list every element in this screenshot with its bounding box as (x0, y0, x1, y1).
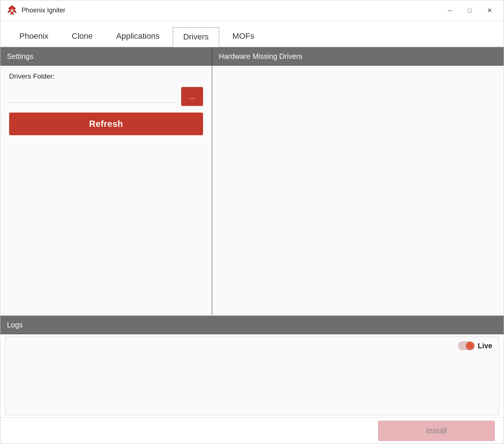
app-title: Phoenix Igniter (22, 7, 442, 14)
tab-applications[interactable]: Applications (106, 27, 170, 46)
svg-point-1 (11, 9, 14, 12)
left-panel: Settings Drivers Folder: ... Refresh (0, 47, 212, 315)
maximize-button[interactable]: □ (461, 4, 478, 17)
tab-clone[interactable]: Clone (62, 27, 103, 46)
logs-header: Logs (0, 316, 504, 334)
app-logo (6, 5, 18, 16)
close-button[interactable]: ✕ (481, 4, 498, 17)
tab-bar: Phoenix Clone Applications Drivers MOFs (0, 21, 504, 47)
window-controls: ─ □ ✕ (442, 4, 498, 17)
live-toggle-row: Live (12, 341, 492, 353)
drivers-folder-label: Drivers Folder: (9, 72, 203, 80)
settings-body: Drivers Folder: ... Refresh (0, 66, 212, 315)
main-window: Phoenix Igniter ─ □ ✕ Phoenix Clone Appl… (0, 0, 504, 444)
hardware-body (212, 66, 504, 315)
toggle-thumb (466, 342, 474, 350)
live-label: Live (478, 342, 492, 350)
browse-button[interactable]: ... (181, 87, 203, 106)
title-bar: Phoenix Igniter ─ □ ✕ (0, 0, 504, 21)
right-panel: Hardware Missing Drivers (212, 47, 504, 315)
top-panels: Settings Drivers Folder: ... Refresh Har… (0, 47, 504, 315)
logs-body: Live (5, 337, 499, 415)
folder-input[interactable] (9, 91, 177, 103)
live-toggle[interactable] (458, 341, 475, 350)
main-content: Settings Drivers Folder: ... Refresh Har… (0, 47, 504, 417)
install-button[interactable]: Install (378, 421, 495, 441)
tab-phoenix[interactable]: Phoenix (9, 27, 59, 46)
settings-header: Settings (0, 47, 212, 66)
refresh-button[interactable]: Refresh (9, 113, 203, 135)
logs-section: Logs Live (0, 315, 504, 417)
hardware-header: Hardware Missing Drivers (212, 47, 504, 66)
tab-drivers[interactable]: Drivers (173, 27, 219, 47)
bottom-bar: Install (0, 417, 504, 444)
folder-input-row: ... (9, 87, 203, 106)
minimize-button[interactable]: ─ (442, 4, 458, 17)
tab-mofs[interactable]: MOFs (222, 27, 264, 46)
